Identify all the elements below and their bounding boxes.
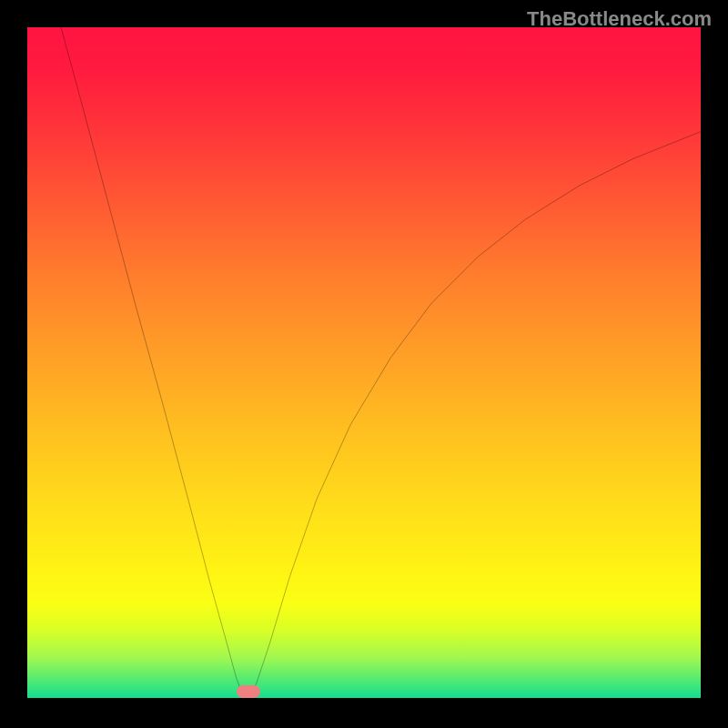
curve-line: [27, 27, 701, 698]
min-marker: [237, 685, 260, 698]
watermark-text: TheBottleneck.com: [527, 7, 712, 31]
plot-area: [27, 27, 701, 698]
